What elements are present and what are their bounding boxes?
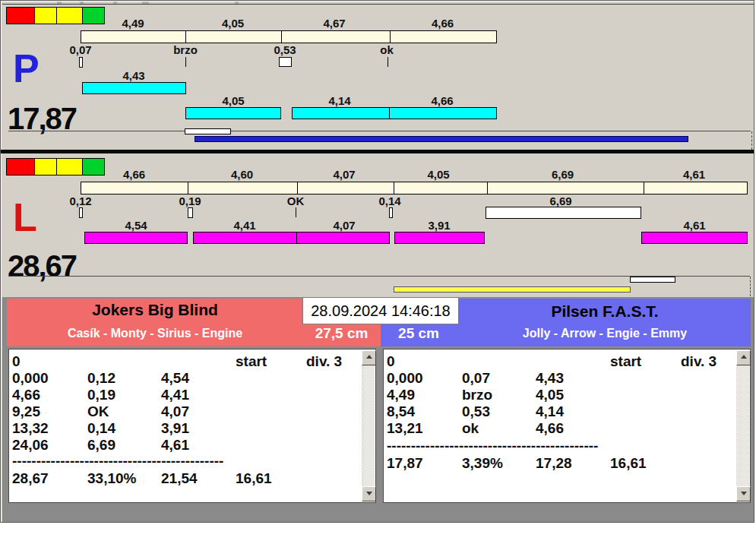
app-window: 4,49 4,05 4,67 4,66 0,07 brzo 0,53 ok 4,… xyxy=(0,0,754,523)
table-cell: 0,000 xyxy=(12,371,49,386)
penalty-marker-tick xyxy=(185,57,186,67)
top-border-line xyxy=(2,4,754,5)
split-segment xyxy=(282,31,391,43)
left-table-scrollbar[interactable] xyxy=(362,350,375,501)
p-split-labels: 4,49 4,05 4,67 4,66 xyxy=(81,17,497,29)
top-tick xyxy=(235,2,239,4)
table-cell: 4,14 xyxy=(536,404,564,419)
light-red xyxy=(7,159,35,175)
penalty-label: brzo xyxy=(155,44,216,55)
p-dog-bar-3-4 xyxy=(292,107,497,119)
table-cell: OK xyxy=(87,404,109,419)
left-results-table[interactable]: 0 start div. 3 0,000 0,12 4,54 4,66 0,19… xyxy=(8,349,376,503)
p-dog-bar-2 xyxy=(185,107,281,119)
l-split-bar xyxy=(81,182,748,195)
table-cell: 0,12 xyxy=(87,371,115,386)
table-cell: 13,32 xyxy=(12,421,49,436)
penalty-marker-box xyxy=(389,207,393,218)
table-separator: ----------------------------------------… xyxy=(387,438,607,454)
light-yellow xyxy=(57,159,83,175)
split-time-label: 4,05 xyxy=(185,17,280,29)
table-cell: 0,53 xyxy=(462,404,490,419)
p-split-bar xyxy=(81,30,497,43)
dog-time-label: 4,41 xyxy=(214,220,275,231)
table-total: 3,39% xyxy=(462,456,503,471)
table-cell: 4,54 xyxy=(161,371,189,386)
left-team-dogs: Casík - Monty - Sirius - Engine xyxy=(7,327,303,340)
split-time-label: 4,66 xyxy=(81,169,188,180)
table-start-header: start xyxy=(610,354,641,369)
dog-time-label: 4,05 xyxy=(203,95,264,106)
right-team-name: Pilsen F.A.S.T. xyxy=(459,302,751,321)
split-time-label: 4,61 xyxy=(641,169,748,180)
scroll-down-button[interactable] xyxy=(362,486,376,501)
light-yellow xyxy=(57,8,83,24)
lane-letter-l: L xyxy=(13,200,36,235)
right-table-scrollbar[interactable] xyxy=(736,350,749,501)
table-cell: 13,21 xyxy=(387,421,423,436)
table-cell: 0,000 xyxy=(387,371,423,386)
table-cell: 4,66 xyxy=(12,387,40,403)
right-category-label: 25 cm xyxy=(381,325,457,342)
top-tick xyxy=(57,2,62,4)
dog-time-label: 4,66 xyxy=(412,95,473,106)
scoreboard-section: Jokers Big Blind Casík - Monty - Sirius … xyxy=(2,297,754,522)
datetime-display: 28.09.2024 14:46:18 xyxy=(302,297,459,324)
lane-total-l: 28,67 xyxy=(8,253,76,279)
table-cell: 0,19 xyxy=(87,387,115,403)
scroll-down-button[interactable] xyxy=(736,486,751,501)
split-segment xyxy=(298,182,394,194)
table-cell: 0,14 xyxy=(87,421,115,436)
p-dashed-edge xyxy=(751,131,752,150)
table-total: 17,87 xyxy=(387,456,423,471)
table-total: 21,54 xyxy=(161,471,198,486)
table-cell: 4,66 xyxy=(536,421,564,436)
l-dog-bar-4 xyxy=(394,232,485,244)
l-split-labels: 4,66 4,60 4,07 4,05 6,69 4,61 xyxy=(81,169,748,180)
dog-time-label: 4,43 xyxy=(103,70,164,81)
split-time-label: 4,07 xyxy=(296,169,392,180)
table-division-header: div. 3 xyxy=(306,354,342,369)
split-segment xyxy=(81,182,188,194)
penalty-marker-tick xyxy=(387,57,388,67)
dog-time-label: 4,61 xyxy=(664,220,725,231)
table-cell: 24,06 xyxy=(12,438,49,453)
dog-bar-segment xyxy=(297,232,389,243)
table-total: 16,61 xyxy=(236,471,272,486)
penalty-label: 0,07 xyxy=(50,44,111,55)
lane-letter-p: P xyxy=(13,51,39,86)
table-cell: 6,69 xyxy=(87,438,115,453)
dog-time-label: 3,91 xyxy=(409,220,470,231)
split-time-label: 4,67 xyxy=(280,17,388,29)
scroll-up-button[interactable] xyxy=(362,350,376,365)
table-separator: ----------------------------------------… xyxy=(12,454,232,469)
penalty-marker-box xyxy=(188,207,193,218)
dog-time-label: 4,07 xyxy=(314,220,375,231)
table-total: 17,28 xyxy=(536,456,572,471)
split-segment xyxy=(391,31,496,43)
right-results-table[interactable]: 0 start div. 3 0,000 0,07 4,43 4,49 brzo… xyxy=(383,349,751,503)
penalty-marker-box xyxy=(79,207,83,218)
light-yellow xyxy=(35,8,57,24)
table-cell: 4,43 xyxy=(536,371,564,386)
scroll-up-button[interactable] xyxy=(736,350,751,365)
l-progress-bar-yellow xyxy=(394,286,631,293)
split-time-label: 6,69 xyxy=(485,169,641,180)
table-cell: brzo xyxy=(462,387,492,403)
arrow-down-icon xyxy=(741,492,747,495)
table-cell: 0,07 xyxy=(462,371,490,386)
penalty-label: 0,12 xyxy=(50,195,111,207)
table-start-header: start xyxy=(236,354,267,369)
table-cell: 3,91 xyxy=(161,421,189,436)
table-cell: 9,25 xyxy=(12,404,40,419)
light-yellow xyxy=(35,159,57,175)
lane-total-p: 17,87 xyxy=(8,106,76,131)
top-tick xyxy=(142,2,149,4)
l-dog-bar-2-3 xyxy=(193,232,390,244)
table-cell: 4,41 xyxy=(161,387,189,403)
dog-time-label: 4,54 xyxy=(106,220,166,231)
table-total: 28,67 xyxy=(12,471,49,486)
split-segment xyxy=(394,182,488,194)
penalty-label: 0,19 xyxy=(160,195,220,207)
arrow-up-icon xyxy=(366,355,372,359)
